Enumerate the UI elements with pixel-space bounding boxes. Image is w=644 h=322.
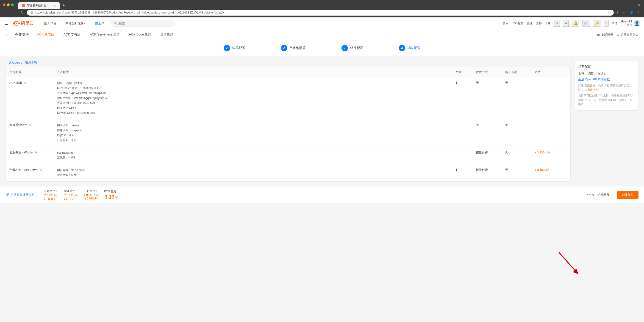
cluster-template-btn[interactable]: ⊞ 集群模板 bbox=[597, 33, 613, 37]
eip-val2: ¥ 0.020 /时 bbox=[85, 197, 98, 201]
col-product: 产品配置 bbox=[57, 70, 454, 74]
message-nav-icon[interactable]: ✉ bbox=[563, 20, 569, 27]
bookmark-manager-icon[interactable]: ☆ bbox=[622, 10, 627, 15]
service-billing-link[interactable]: 容器服务计费说明 bbox=[10, 193, 34, 197]
nav-right-area: 费用 ICP 备案 企业 支持 工单 ⬇ ✉ 🔔 🛒 🔑 ? 简体 xiaohh… bbox=[502, 20, 640, 27]
prev-step-button[interactable]: 上一步：组件配置 bbox=[581, 191, 614, 199]
search-bar[interactable]: 🔍 bbox=[110, 20, 175, 26]
menu-icon[interactable]: ⋮ bbox=[636, 10, 641, 15]
nat-val2: ¥ 0.195 /GB bbox=[64, 197, 78, 201]
minimize-button[interactable] bbox=[7, 3, 10, 6]
edit-apiserver-icon[interactable]: ✎ bbox=[40, 168, 42, 171]
global-nav[interactable]: 🌐 全球 bbox=[92, 17, 107, 29]
enterprise-nav[interactable]: 企业 bbox=[526, 21, 532, 25]
table-row: 集群系统组件 ✎ 网络插件：terway 存储插件：csi-plugin Ing… bbox=[6, 119, 570, 147]
right-panel: 当前配置 地域：华南1（深圳） 生成 OpenAPI 请求参数 开通 云服务器、… bbox=[574, 61, 638, 182]
cart-nav-icon[interactable]: 🛒 bbox=[582, 20, 590, 27]
help-nav-icon[interactable]: ? bbox=[604, 20, 608, 27]
nat-val1: ¥ 0.195 /时 bbox=[64, 193, 78, 197]
lock-icon: 🔒 bbox=[30, 11, 34, 14]
profile-icon[interactable]: 👤 bbox=[629, 10, 634, 15]
nat-cost-values: ¥ 0.195 /时 ¥ 0.195 /GB bbox=[64, 193, 78, 201]
back-to-list-btn[interactable]: ⊟ 返回集群列表 bbox=[617, 33, 638, 37]
eip-cost-values: ¥ 0.800 /GB ¥ 0.020 /时 bbox=[84, 193, 98, 201]
ecs-cost-label: ECS 费用： bbox=[104, 190, 119, 193]
footer-actions: 上一步：组件配置 创建集群 bbox=[581, 191, 638, 199]
download-nav-icon[interactable]: ⬇ bbox=[554, 20, 560, 27]
step-connector-3 bbox=[365, 48, 397, 48]
home-icon: 🏠 bbox=[44, 21, 47, 25]
step-2-circle: ✓ bbox=[281, 45, 287, 51]
back-button[interactable]: ← bbox=[3, 10, 9, 15]
back-nav-icon[interactable]: ‹ bbox=[6, 32, 7, 37]
eip-cost-label: EIP 费用： bbox=[85, 189, 98, 193]
tab-close-icon[interactable]: ✕ bbox=[53, 4, 56, 7]
user-info: xiaohh88 主账号 bbox=[621, 20, 632, 26]
slb-cost-label: SLB 费用： bbox=[44, 189, 58, 193]
step-3-circle: ✓ bbox=[342, 45, 348, 51]
step-4-label: 确认配置 bbox=[408, 46, 420, 50]
tab-ack-serverless[interactable]: ACK Serverless 集群 bbox=[89, 29, 121, 40]
address-bar[interactable]: 🔒 cs.console.aliyun.com/?spm=5176.128180… bbox=[27, 10, 614, 15]
table-row: 负载均衡 - API Server ✎ 实例规格：slb.s1.small 实例… bbox=[6, 164, 570, 181]
tab-favicon: ⟳ bbox=[22, 4, 25, 7]
refresh-button[interactable]: ↻ bbox=[19, 9, 25, 15]
panel-note: 您目前可以创建 2 个集群，每个集群最多可以添加 10 个节点。如需更高配额，请… bbox=[578, 93, 634, 107]
edit-worker-icon[interactable]: ✎ bbox=[35, 151, 37, 154]
openapi-link[interactable]: 生成 OpenAPI 请求参数 bbox=[6, 61, 37, 64]
key-nav-icon[interactable]: 🔑 bbox=[593, 20, 600, 27]
bell-nav-icon[interactable]: 🔔 bbox=[572, 20, 579, 27]
step-1: ✓ 集群配置 bbox=[224, 45, 245, 51]
panel-openapi-link[interactable]: 生成 OpenAPI 请求参数 bbox=[578, 77, 634, 82]
edit-components-icon[interactable]: ✎ bbox=[29, 124, 31, 127]
close-button[interactable] bbox=[3, 3, 6, 6]
link-chain-icon: 🔗 bbox=[6, 193, 9, 196]
ecs-total-value: 3.13 bbox=[104, 194, 114, 200]
browser-maximize-icon[interactable]: □ bbox=[631, 2, 635, 7]
table-row: ACK 集群 ✎ 地域：华南1（深圳） Kubernetes 版本：1.26.3… bbox=[6, 77, 570, 119]
browser-minimize-icon[interactable]: − bbox=[626, 2, 629, 7]
logo-text: 阿里云 bbox=[21, 21, 34, 26]
slb-val2: ¥ 0.800 /GB bbox=[44, 197, 58, 201]
account-resources-nav[interactable]: 账号全部资源 ▾ bbox=[62, 17, 88, 29]
apiserver-details: 实例规格：slb.s1.small 实例类型：私网 bbox=[57, 168, 454, 178]
row-label-worker: 云服务器 - Worker ✎ bbox=[10, 151, 55, 155]
search-input[interactable] bbox=[119, 21, 171, 25]
bookmark-icon[interactable]: ☆ bbox=[608, 11, 610, 14]
top-navbar: ☰ 阿里云 🏠 工作台 账号全部资源 ▾ 🌐 全球 🔍 费用 ICP 备案 企业… bbox=[0, 17, 644, 29]
config-table: 所选配置 产品配置 数量 付费方式 购买周期 资费 ACK 集群 ✎ 地域：华南… bbox=[6, 67, 570, 182]
icp-nav[interactable]: ICP 备案 bbox=[512, 21, 523, 25]
cost-nav[interactable]: 费用 bbox=[502, 21, 508, 25]
panel-verify-link[interactable]: 马上认证>> bbox=[584, 88, 598, 91]
worker-payment: 按量付费 bbox=[476, 151, 504, 155]
worker-period: 无 bbox=[505, 151, 533, 155]
browser-tab[interactable]: ⟳ 容器服务控制台 ✕ bbox=[18, 2, 60, 9]
tab-ack-managed[interactable]: ACK 托管版 bbox=[36, 29, 55, 40]
user-profile[interactable]: xiaohh88 主账号 👤 bbox=[621, 20, 640, 27]
create-cluster-button[interactable]: 创建集群 bbox=[617, 191, 638, 199]
edit-ack-icon[interactable]: ✎ bbox=[24, 81, 26, 85]
forward-button[interactable]: → bbox=[11, 10, 18, 15]
browser-close-icon[interactable]: ✕ bbox=[637, 2, 641, 7]
download-icon[interactable]: ⬇ bbox=[616, 10, 620, 15]
hamburger-menu[interactable]: ☰ bbox=[4, 20, 9, 27]
new-tab-button[interactable]: + bbox=[60, 2, 67, 9]
col-payment: 付费方式 bbox=[476, 70, 504, 74]
panel-title: 当前配置 bbox=[578, 65, 634, 69]
lang-nav[interactable]: 简体 bbox=[612, 21, 618, 25]
tab-ack-dedicated[interactable]: ACK 专有版 bbox=[62, 29, 82, 40]
support-nav[interactable]: 支持 bbox=[536, 21, 542, 25]
step-3-label: 组件配置 bbox=[350, 46, 363, 50]
step-2-label: 节点池配置 bbox=[290, 46, 306, 50]
maximize-button[interactable] bbox=[11, 3, 14, 6]
list-icon: ⊟ bbox=[617, 33, 619, 36]
workorder-nav[interactable]: 工单 bbox=[545, 21, 551, 25]
footer-costs: SLB 费用： ¥ 0.220 /时 ¥ 0.800 /GB NAT 费用： ¥… bbox=[44, 189, 572, 201]
workbench-nav[interactable]: 🏠 工作台 bbox=[41, 17, 59, 29]
col-selected: 所选配置 bbox=[10, 70, 55, 74]
ecs-unit: /时 bbox=[115, 196, 118, 200]
apiserver-qty: 1 bbox=[456, 168, 474, 171]
tab-ack-edge[interactable]: ACK Edge 集群 bbox=[128, 29, 152, 40]
tab-registered[interactable]: 注册集群 bbox=[160, 29, 174, 40]
step-1-circle: ✓ bbox=[224, 45, 230, 51]
